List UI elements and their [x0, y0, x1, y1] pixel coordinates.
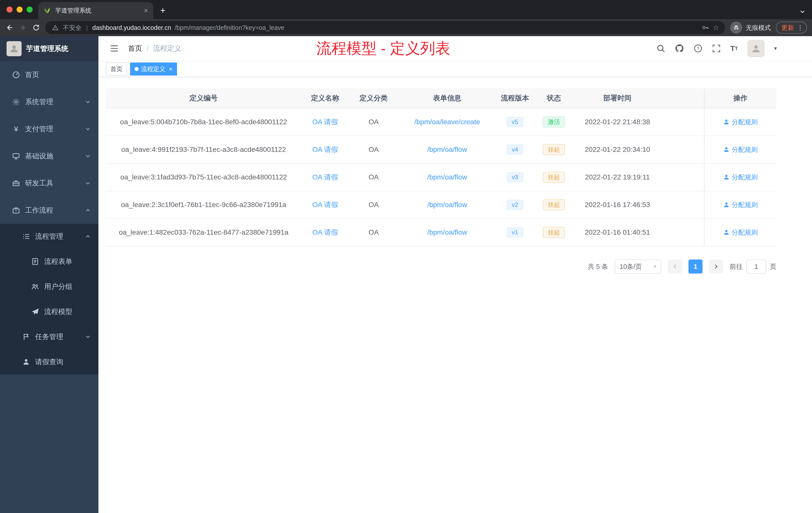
goto-page-input[interactable] — [746, 260, 766, 274]
row-spacer — [661, 109, 704, 135]
url-host: dashboard.yudao.iocoder.cn — [92, 24, 171, 31]
content-area: 定义编号 定义名称 定义分类 表单信息 流程版本 状态 部署时间 操作 oa_l… — [98, 77, 812, 513]
next-page-button[interactable] — [709, 260, 723, 274]
column-header: 部署时间 — [574, 88, 661, 108]
address-bar[interactable]: 不安全 | dashboard.yudao.iocoder.cn/bpm/man… — [45, 21, 725, 34]
sidebar-item-process-mgmt[interactable]: 流程管理 — [0, 224, 98, 249]
column-header: 表单信息 — [398, 88, 496, 108]
assign-rule-button[interactable]: 分配规则 — [723, 145, 758, 154]
avatar-caret-icon[interactable]: ▾ — [774, 45, 777, 52]
deploy-time: 2022-01-16 01:40:51 — [574, 219, 661, 246]
page-number-1[interactable]: 1 — [689, 260, 702, 274]
form-link[interactable]: /bpm/oa/flow — [427, 146, 467, 154]
security-label[interactable]: 不安全 — [63, 24, 82, 32]
maximize-window-button[interactable] — [27, 6, 33, 12]
tags-view: 首页 流程定义 × — [98, 61, 812, 77]
breadcrumb-current: 流程定义 — [153, 44, 181, 53]
hamburger-icon[interactable] — [106, 44, 123, 53]
form-link[interactable]: /bpm/oa/flow — [427, 229, 467, 236]
definition-name-link[interactable]: OA 请假 — [312, 228, 338, 237]
user-icon — [723, 202, 730, 208]
definition-name-link[interactable]: OA 请假 — [312, 117, 338, 127]
sidebar-item-payment[interactable]: ¥ 支付管理 — [0, 116, 98, 143]
goto-label: 前往 — [730, 262, 743, 271]
form-link[interactable]: /bpm/oa/flow — [427, 201, 467, 209]
assign-rule-button[interactable]: 分配规则 — [723, 201, 758, 209]
form-link[interactable]: /bpm/oa/flow — [427, 173, 467, 181]
browser-update-button[interactable]: 更新 ⋮ — [776, 22, 807, 34]
tag-process-definition[interactable]: 流程定义 × — [130, 62, 177, 76]
sidebar-item-system[interactable]: 系统管理 — [0, 88, 98, 116]
search-icon[interactable] — [656, 44, 665, 53]
page-size-select[interactable]: 10条/页 ▾ — [615, 260, 661, 274]
github-icon[interactable] — [675, 44, 684, 53]
browser-menu-icon[interactable]: ⋮ — [797, 24, 804, 32]
sidebar-item-label: 系统管理 — [25, 97, 53, 107]
user-icon — [723, 119, 730, 125]
sidebar-item-process-model[interactable]: 流程模型 — [0, 299, 98, 324]
definition-name-link[interactable]: OA 请假 — [312, 200, 338, 210]
sidebar-item-label: 基础设施 — [25, 151, 53, 161]
back-button[interactable] — [5, 23, 13, 32]
gear-icon — [12, 98, 20, 106]
update-label[interactable]: 更新 — [781, 24, 794, 32]
help-icon[interactable]: ? — [694, 44, 702, 53]
page-size-value: 10条/页 — [620, 262, 642, 271]
sidebar-item-task-mgmt[interactable]: 任务管理 — [0, 324, 98, 350]
definition-table: 定义编号 定义名称 定义分类 表单信息 流程版本 状态 部署时间 操作 oa_l… — [106, 88, 776, 246]
status-badge: 挂起 — [543, 144, 565, 155]
assign-rule-button[interactable]: 分配规则 — [723, 173, 758, 182]
minimize-window-button[interactable] — [17, 6, 23, 12]
sidebar-item-label: 支付管理 — [25, 124, 53, 134]
definition-name-link[interactable]: OA 请假 — [312, 173, 338, 182]
sidebar-item-user-group[interactable]: 用户分组 — [0, 274, 98, 299]
new-tab-button[interactable]: + — [160, 6, 166, 15]
font-size-icon[interactable]: TT — [730, 44, 738, 53]
dashboard-icon — [12, 71, 20, 79]
sidebar-item-workflow[interactable]: 工作流程 — [0, 197, 98, 224]
table-header-row: 定义编号 定义名称 定义分类 表单信息 流程版本 状态 部署时间 操作 — [106, 88, 776, 109]
workflow-submenu: 流程管理 流程表单 用户分组 — [0, 224, 98, 374]
logo-avatar — [6, 41, 22, 56]
form-link[interactable]: /bpm/oa/leave/create — [414, 118, 480, 126]
tag-label: 流程定义 — [141, 65, 165, 73]
incognito-icon — [730, 22, 742, 34]
forward-button[interactable] — [19, 23, 27, 32]
prev-page-button[interactable] — [668, 260, 682, 274]
not-secure-warning-icon — [51, 24, 59, 31]
sidebar-item-process-form[interactable]: 流程表单 — [0, 249, 98, 274]
tag-close-icon[interactable]: × — [169, 66, 173, 72]
bookmark-star-icon[interactable]: ☆ — [713, 24, 719, 32]
sidebar-item-label: 流程管理 — [35, 232, 63, 241]
user-icon — [723, 174, 730, 180]
definition-name-link[interactable]: OA 请假 — [312, 145, 338, 154]
sidebar-item-label: 研发工具 — [25, 178, 53, 188]
users-icon — [31, 282, 39, 291]
tab-close-icon[interactable]: × — [144, 7, 148, 14]
password-key-icon[interactable] — [701, 24, 709, 31]
tag-home[interactable]: 首页 — [106, 62, 127, 76]
sidebar-item-home[interactable]: 首页 — [0, 61, 98, 88]
close-window-button[interactable] — [6, 6, 12, 12]
breadcrumb-home[interactable]: 首页 — [128, 44, 142, 53]
sidebar-logo[interactable]: 芋道管理系统 — [0, 36, 98, 61]
reload-button[interactable] — [32, 24, 40, 32]
deploy-time: 2022-01-16 17:46:53 — [574, 191, 661, 218]
table-row: oa_leave:1:482ec033-762a-11ec-8477-a2380… — [106, 219, 776, 246]
status-badge: 挂起 — [543, 199, 565, 210]
chevron-down-icon: ▾ — [654, 263, 656, 270]
assign-rule-button[interactable]: 分配规则 — [723, 118, 758, 126]
user-avatar[interactable] — [748, 40, 764, 57]
definition-category: OA — [349, 219, 398, 246]
sidebar-item-label: 首页 — [25, 70, 39, 80]
sidebar-item-infra[interactable]: 基础设施 — [0, 143, 98, 170]
sidebar-item-leave-query[interactable]: 请假查询 — [0, 350, 98, 374]
tab-search-chevron-icon[interactable] — [800, 7, 805, 16]
tab-title: 芋道管理系统 — [55, 6, 140, 14]
assign-rule-button[interactable]: 分配规则 — [723, 228, 758, 237]
browser-tab[interactable]: 芋道管理系统 × — [38, 2, 153, 19]
fullscreen-icon[interactable] — [712, 44, 721, 53]
sidebar-item-devtools[interactable]: 研发工具 — [0, 170, 98, 197]
pagination: 共 5 条 10条/页 ▾ 1 前往 页 — [106, 260, 776, 274]
row-spacer — [661, 136, 704, 163]
